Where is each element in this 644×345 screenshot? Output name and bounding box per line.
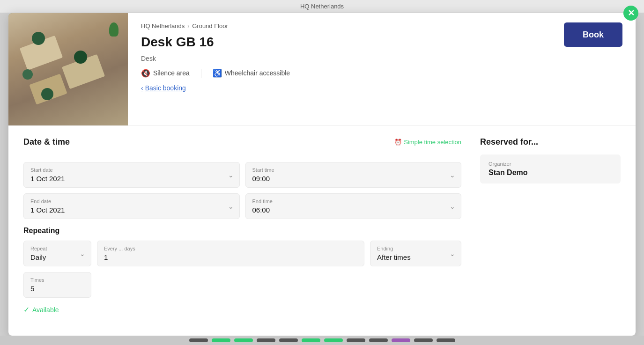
start-date-chevron: ⌄ xyxy=(228,171,234,179)
start-time-chevron: ⌄ xyxy=(450,171,455,179)
bottom-pill-5 xyxy=(279,338,298,342)
basic-booking-label: Basic booking xyxy=(145,84,186,92)
every-value: 1 xyxy=(104,253,357,261)
book-button[interactable]: Book xyxy=(564,22,622,47)
bottom-pill-1 xyxy=(189,338,208,342)
bottom-pill-6 xyxy=(302,338,320,342)
end-date-chevron: ⌄ xyxy=(228,203,234,210)
times-label: Times xyxy=(30,277,84,283)
repeat-row: Repeat Daily ⌄ Every ... days 1 Ending A… xyxy=(23,241,461,266)
end-date-value: 1 Oct 2021 xyxy=(30,206,233,214)
basic-booking-link[interactable]: ‹ Basic booking xyxy=(141,84,551,92)
silence-label: Silence area xyxy=(153,69,190,77)
end-time-value: 06:00 xyxy=(252,206,455,214)
bottom-pill-8 xyxy=(347,338,365,342)
wheelchair-label: Wheelchair accessible xyxy=(225,69,290,77)
bottom-pill-2 xyxy=(212,338,230,342)
every-label: Every ... days xyxy=(104,246,357,251)
repeat-field[interactable]: Repeat Daily ⌄ xyxy=(23,241,91,266)
breadcrumb-part2: Ground Floor xyxy=(192,22,228,29)
start-date-label: Start date xyxy=(30,167,233,173)
organizer-name: Stan Demo xyxy=(489,169,612,177)
start-time-label: Start time xyxy=(252,167,455,173)
every-field[interactable]: Every ... days 1 xyxy=(97,241,364,266)
amenity-silence: 🔇 Silence area xyxy=(141,69,190,78)
repeat-label: Repeat xyxy=(30,246,84,251)
simple-time-link[interactable]: ⏰ Simple time selection xyxy=(394,139,461,146)
tab-label: HQ Netherlands xyxy=(300,3,344,10)
bottom-pill-10 xyxy=(392,338,410,342)
ending-field[interactable]: Ending After times ⌄ xyxy=(370,241,461,266)
tab-bar: HQ Netherlands xyxy=(0,0,644,13)
modal-body: Date & time ⏰ Simple time selection Star… xyxy=(8,126,636,336)
ending-value: After times xyxy=(377,253,454,261)
end-date-field[interactable]: End date 1 Oct 2021 ⌄ xyxy=(23,193,240,219)
start-time-field[interactable]: Start time 09:00 ⌄ xyxy=(245,162,462,188)
bottom-pill-3 xyxy=(234,338,253,342)
reserved-title: Reserved for... xyxy=(480,137,621,147)
left-section: Date & time ⏰ Simple time selection Star… xyxy=(23,137,461,324)
start-time-value: 09:00 xyxy=(252,175,455,183)
desk-image xyxy=(8,13,128,125)
breadcrumb-part1: HQ Netherlands xyxy=(141,22,185,29)
available-badge: ✓ Available xyxy=(23,305,461,314)
check-icon: ✓ xyxy=(23,305,30,314)
clock-icon: ⏰ xyxy=(394,139,402,146)
date-time-header: Date & time ⏰ Simple time selection xyxy=(23,137,461,154)
repeating-title: Repeating xyxy=(23,227,461,235)
end-row: End date 1 Oct 2021 ⌄ End time 06:00 ⌄ xyxy=(23,193,461,219)
start-date-field[interactable]: Start date 1 Oct 2021 ⌄ xyxy=(23,162,240,188)
repeat-value: Daily xyxy=(30,253,84,261)
end-time-label: End time xyxy=(252,198,455,204)
amenities: 🔇 Silence area ♿ Wheelchair accessible xyxy=(141,69,551,78)
modal: HQ Netherlands › Ground Floor Desk GB 16… xyxy=(8,13,636,336)
available-label: Available xyxy=(32,306,59,314)
close-icon: ✕ xyxy=(628,8,635,18)
bottom-pill-4 xyxy=(257,338,275,342)
date-time-title: Date & time xyxy=(23,137,70,147)
bottom-bar xyxy=(0,336,644,345)
bottom-pill-11 xyxy=(414,338,433,342)
start-date-value: 1 Oct 2021 xyxy=(30,175,233,183)
modal-header: HQ Netherlands › Ground Floor Desk GB 16… xyxy=(8,13,636,125)
header-info: HQ Netherlands › Ground Floor Desk GB 16… xyxy=(128,13,564,125)
end-time-chevron: ⌄ xyxy=(450,203,455,210)
bottom-pill-9 xyxy=(369,338,388,342)
ending-label: Ending xyxy=(377,246,454,251)
times-field[interactable]: Times 5 xyxy=(23,272,91,298)
breadcrumb-separator: › xyxy=(187,23,189,29)
repeat-chevron: ⌄ xyxy=(80,250,85,257)
chevron-left-icon: ‹ xyxy=(141,84,143,92)
desk-title: Desk GB 16 xyxy=(141,34,551,50)
bottom-pill-12 xyxy=(437,338,455,342)
organizer-label: Organizer xyxy=(489,161,612,167)
bottom-pill-7 xyxy=(324,338,343,342)
breadcrumb: HQ Netherlands › Ground Floor xyxy=(141,22,551,29)
start-row: Start date 1 Oct 2021 ⌄ Start time 09:00… xyxy=(23,162,461,188)
silence-icon: 🔇 xyxy=(141,69,150,78)
organizer-card: Organizer Stan Demo xyxy=(480,154,621,184)
end-date-label: End date xyxy=(30,198,233,204)
right-section: Reserved for... Organizer Stan Demo xyxy=(480,137,621,324)
amenity-wheelchair: ♿ Wheelchair accessible xyxy=(213,69,290,78)
simple-time-label: Simple time selection xyxy=(404,139,461,146)
desk-type: Desk xyxy=(141,55,551,62)
end-time-field[interactable]: End time 06:00 ⌄ xyxy=(245,193,462,219)
close-button[interactable]: ✕ xyxy=(623,6,638,21)
wheelchair-icon: ♿ xyxy=(213,69,222,78)
ending-chevron: ⌄ xyxy=(450,250,455,257)
times-value: 5 xyxy=(30,285,84,293)
